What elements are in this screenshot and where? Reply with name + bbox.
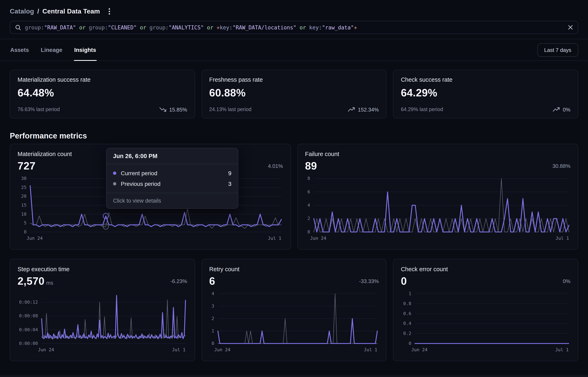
tab-lineage[interactable]: Lineage <box>40 39 63 60</box>
svg-text:6: 6 <box>307 189 310 194</box>
search-query-segment: + <box>216 24 220 30</box>
svg-text:0: 0 <box>307 229 310 235</box>
tooltip-row-label: Previous period <box>121 180 161 187</box>
chart-card-step-execution-time: Step execution time 2,570ms -6.23% 0:00:… <box>10 259 195 361</box>
search-query-segment: + <box>354 24 357 30</box>
tab-insights[interactable]: Insights <box>74 39 97 60</box>
page-menu-button[interactable] <box>105 7 113 15</box>
time-range-button[interactable]: Last 7 days <box>537 43 578 57</box>
svg-text:Jun 24: Jun 24 <box>38 347 54 352</box>
breadcrumb: Catalog / Central Data Team <box>10 8 100 15</box>
bottom-strip <box>0 375 588 377</box>
search-query-segment: or <box>204 24 217 30</box>
stat-card-check-success-rate: Check success rate 64.29% 64.29% last pe… <box>393 70 578 118</box>
chart-card-check-error-count: Check error count 0 0% 00.20.40.60.81Jun… <box>393 259 578 361</box>
chart-percent-change: 0% <box>563 278 570 284</box>
search-query-segment: key: <box>220 24 233 30</box>
search-icon <box>15 24 21 30</box>
step-execution-time-chart[interactable]: 0:00:000:00:040:00:080:00:12Jun 24Jul 1 <box>18 290 187 354</box>
stat-cards-row: Materialization success rate 64.48% 76.6… <box>10 70 578 118</box>
search-input[interactable]: group:"RAW_DATA" or group:"CLEANED" or g… <box>10 21 578 34</box>
svg-text:Jul 1: Jul 1 <box>268 236 281 241</box>
svg-text:8: 8 <box>307 176 310 181</box>
check-error-count-chart[interactable]: 00.20.40.60.81Jun 24Jul 1 <box>401 290 570 354</box>
tooltip-footer[interactable]: Click to view details <box>107 193 238 208</box>
trending-up-icon <box>553 106 560 113</box>
stat-subtext: 64.29% last period <box>401 106 443 112</box>
failure-count-chart[interactable]: 02468Jun 24Jul 1 <box>305 175 570 243</box>
retry-count-chart[interactable]: 01234Jun 24Jul 1 <box>209 290 379 354</box>
main-content: Materialization success rate 64.48% 76.6… <box>0 70 588 361</box>
stat-trend: 152.34% <box>348 106 379 113</box>
svg-text:0.4: 0.4 <box>403 321 411 326</box>
tab-assets[interactable]: Assets <box>10 39 29 60</box>
chart-value: 0 <box>401 276 407 286</box>
svg-text:Jun 24: Jun 24 <box>310 236 326 241</box>
breadcrumb-page-title: Central Data Team <box>43 8 100 15</box>
svg-text:15: 15 <box>21 203 26 208</box>
stat-subtext: 24.13% last period <box>209 106 251 112</box>
breadcrumb-separator: / <box>37 8 39 15</box>
search-query-segment: "RAW_DATA" <box>44 24 76 30</box>
search-query-segment: "RAW_DATA/locations" <box>233 24 297 30</box>
svg-text:Jul 1: Jul 1 <box>172 347 186 352</box>
chart-card-retry-count: Retry count 6 -33.33% 01234Jun 24Jul 1 <box>201 259 387 361</box>
tooltip-body: Current period9Previous period3 <box>107 164 238 193</box>
stat-trend: 15.85% <box>159 106 187 113</box>
chart-unit: ms <box>46 280 53 286</box>
svg-text:20: 20 <box>21 194 26 199</box>
search-query-segment: key: <box>309 24 322 30</box>
topbar: Catalog / Central Data Team <box>0 0 588 15</box>
search-query-segment: "ANALYTICS" <box>169 24 204 30</box>
chart-percent-change: 30.88% <box>553 163 570 169</box>
search-query-segment: or <box>76 24 89 30</box>
close-icon <box>568 25 573 30</box>
chart-percent-change: 4.01% <box>268 163 283 169</box>
chart-title: Step execution time <box>18 266 187 272</box>
svg-text:0:00:12: 0:00:12 <box>19 300 38 305</box>
svg-text:1: 1 <box>409 291 411 296</box>
stat-value: 64.29% <box>401 87 570 99</box>
trending-down-icon <box>159 106 166 113</box>
search-query-segment: or <box>297 24 309 30</box>
svg-text:Jul 1: Jul 1 <box>555 236 569 241</box>
chart-title: Retry count <box>209 266 379 272</box>
stat-trend: 0% <box>553 106 570 113</box>
svg-text:0:00:08: 0:00:08 <box>19 313 38 318</box>
stat-title: Check success rate <box>401 76 570 83</box>
svg-text:5: 5 <box>24 220 26 225</box>
svg-text:25: 25 <box>21 185 26 190</box>
tooltip-row-label: Current period <box>121 170 157 177</box>
svg-text:0: 0 <box>211 341 214 346</box>
current-series-dot-icon <box>113 172 116 175</box>
svg-text:4: 4 <box>307 203 310 208</box>
stat-title: Freshness pass rate <box>209 76 379 83</box>
search-query: group:"RAW_DATA" or group:"CLEANED" or g… <box>25 24 564 30</box>
chart-value: 2,570ms <box>18 276 54 286</box>
breadcrumb-catalog-link[interactable]: Catalog <box>10 8 34 15</box>
tooltip-row-value: 9 <box>228 170 231 177</box>
svg-text:Jun 24: Jun 24 <box>214 347 230 352</box>
stat-card-materialization-success-rate: Materialization success rate 64.48% 76.6… <box>10 70 195 118</box>
chart-value: 727 <box>18 161 35 171</box>
stat-card-freshness-pass-rate: Freshness pass rate 60.88% 24.13% last p… <box>201 70 387 118</box>
svg-text:Jul 1: Jul 1 <box>555 347 569 352</box>
tooltip-row: Current period9 <box>113 168 231 178</box>
stat-value: 64.48% <box>18 87 187 99</box>
chart-tooltip: Jun 26, 6:00 PM Current period9Previous … <box>106 148 238 209</box>
search-query-segment: group: <box>25 24 44 30</box>
tab-bar: AssetsLineageInsights Last 7 days <box>0 39 588 61</box>
stat-trend-value: 15.85% <box>169 106 187 113</box>
chart-value: 6 <box>209 276 215 286</box>
svg-text:0:00:00: 0:00:00 <box>19 341 38 346</box>
kebab-icon <box>109 8 110 15</box>
clear-search-button[interactable] <box>568 25 573 30</box>
svg-text:2: 2 <box>307 216 310 221</box>
svg-text:0.6: 0.6 <box>403 311 411 316</box>
tooltip-row: Previous period3 <box>113 178 231 189</box>
tooltip-title: Jun 26, 6:00 PM <box>107 148 238 164</box>
svg-text:0.8: 0.8 <box>403 301 411 306</box>
search-query-segment: group: <box>150 24 169 30</box>
chart-percent-change: -33.33% <box>359 278 379 284</box>
chart-title: Failure count <box>305 151 570 157</box>
